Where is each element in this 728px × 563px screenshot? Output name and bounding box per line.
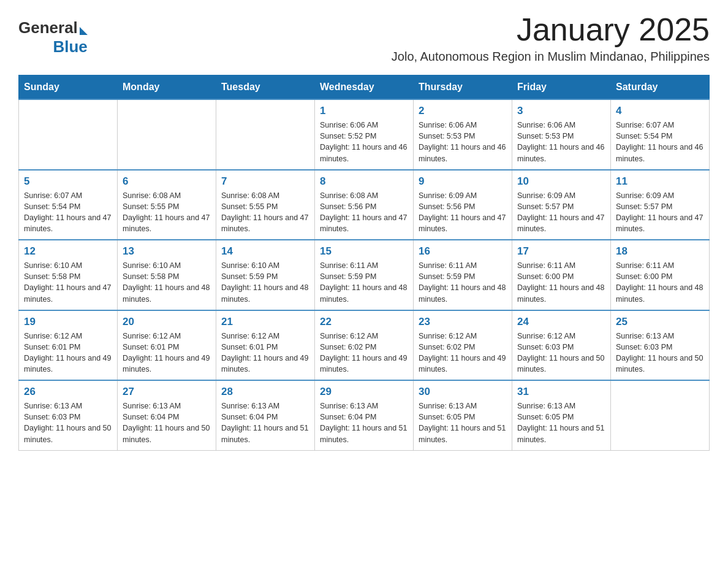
- weekday-header: Monday: [118, 75, 216, 100]
- calendar-cell: 15Sunrise: 6:11 AM Sunset: 5:59 PM Dayli…: [315, 240, 414, 310]
- weekday-header: Tuesday: [216, 75, 315, 100]
- weekday-header: Friday: [512, 75, 611, 100]
- day-number: 4: [616, 105, 704, 117]
- calendar-cell: 2Sunrise: 6:06 AM Sunset: 5:53 PM Daylig…: [414, 99, 512, 170]
- day-info: Sunrise: 6:06 AM Sunset: 5:53 PM Dayligh…: [517, 120, 605, 164]
- calendar-cell: 20Sunrise: 6:12 AM Sunset: 6:01 PM Dayli…: [118, 310, 216, 381]
- day-info: Sunrise: 6:11 AM Sunset: 6:00 PM Dayligh…: [517, 260, 605, 305]
- calendar-table: SundayMondayTuesdayWednesdayThursdayFrid…: [18, 75, 710, 451]
- calendar-cell: 29Sunrise: 6:13 AM Sunset: 6:04 PM Dayli…: [315, 380, 414, 450]
- day-info: Sunrise: 6:07 AM Sunset: 5:54 PM Dayligh…: [616, 120, 704, 164]
- day-number: 19: [24, 316, 112, 328]
- day-number: 12: [24, 245, 112, 258]
- calendar-cell: 28Sunrise: 6:13 AM Sunset: 6:04 PM Dayli…: [216, 380, 315, 450]
- day-info: Sunrise: 6:12 AM Sunset: 6:02 PM Dayligh…: [320, 331, 408, 375]
- calendar-cell: 25Sunrise: 6:13 AM Sunset: 6:03 PM Dayli…: [611, 310, 710, 381]
- calendar-week-row: 26Sunrise: 6:13 AM Sunset: 6:03 PM Dayli…: [19, 380, 710, 450]
- day-number: 11: [616, 175, 704, 188]
- day-info: Sunrise: 6:13 AM Sunset: 6:03 PM Dayligh…: [24, 400, 112, 445]
- day-number: 28: [221, 386, 309, 398]
- calendar-cell: 16Sunrise: 6:11 AM Sunset: 5:59 PM Dayli…: [414, 240, 512, 310]
- day-number: 15: [320, 245, 408, 258]
- calendar-cell: 3Sunrise: 6:06 AM Sunset: 5:53 PM Daylig…: [512, 99, 611, 170]
- day-info: Sunrise: 6:10 AM Sunset: 5:58 PM Dayligh…: [123, 260, 211, 305]
- calendar-cell: [19, 99, 118, 170]
- day-info: Sunrise: 6:13 AM Sunset: 6:04 PM Dayligh…: [221, 400, 309, 445]
- day-info: Sunrise: 6:12 AM Sunset: 6:01 PM Dayligh…: [24, 331, 112, 375]
- calendar-cell: 1Sunrise: 6:06 AM Sunset: 5:52 PM Daylig…: [315, 99, 414, 170]
- day-number: 25: [616, 316, 704, 328]
- day-number: 1: [320, 105, 408, 117]
- calendar-cell: 5Sunrise: 6:07 AM Sunset: 5:54 PM Daylig…: [19, 170, 118, 240]
- day-info: Sunrise: 6:10 AM Sunset: 5:58 PM Dayligh…: [24, 260, 112, 305]
- calendar-cell: 31Sunrise: 6:13 AM Sunset: 6:05 PM Dayli…: [512, 380, 611, 450]
- day-info: Sunrise: 6:09 AM Sunset: 5:57 PM Dayligh…: [517, 190, 605, 235]
- subtitle: Jolo, Autonomous Region in Muslim Mindan…: [392, 50, 710, 64]
- calendar-cell: 23Sunrise: 6:12 AM Sunset: 6:02 PM Dayli…: [414, 310, 512, 381]
- day-info: Sunrise: 6:13 AM Sunset: 6:04 PM Dayligh…: [123, 400, 211, 445]
- logo-text-general: General: [18, 18, 78, 37]
- main-title: January 2025: [392, 12, 710, 47]
- day-info: Sunrise: 6:12 AM Sunset: 6:01 PM Dayligh…: [123, 331, 211, 375]
- logo: General Blue: [18, 18, 89, 56]
- day-info: Sunrise: 6:08 AM Sunset: 5:56 PM Dayligh…: [320, 190, 408, 235]
- day-info: Sunrise: 6:13 AM Sunset: 6:03 PM Dayligh…: [616, 331, 704, 375]
- day-info: Sunrise: 6:12 AM Sunset: 6:03 PM Dayligh…: [517, 331, 605, 375]
- calendar-week-row: 12Sunrise: 6:10 AM Sunset: 5:58 PM Dayli…: [19, 240, 710, 310]
- day-number: 8: [320, 175, 408, 188]
- day-info: Sunrise: 6:10 AM Sunset: 5:59 PM Dayligh…: [221, 260, 309, 305]
- day-info: Sunrise: 6:12 AM Sunset: 6:01 PM Dayligh…: [221, 331, 309, 375]
- calendar-cell: 21Sunrise: 6:12 AM Sunset: 6:01 PM Dayli…: [216, 310, 315, 381]
- day-number: 18: [616, 245, 704, 258]
- day-info: Sunrise: 6:06 AM Sunset: 5:52 PM Dayligh…: [320, 120, 408, 164]
- day-number: 21: [221, 316, 309, 328]
- logo-text-blue: Blue: [53, 37, 87, 56]
- calendar-header: SundayMondayTuesdayWednesdayThursdayFrid…: [19, 75, 710, 100]
- day-number: 23: [419, 316, 507, 328]
- day-number: 20: [123, 316, 211, 328]
- title-area: January 2025 Jolo, Autonomous Region in …: [392, 12, 710, 70]
- day-info: Sunrise: 6:09 AM Sunset: 5:56 PM Dayligh…: [419, 190, 507, 235]
- day-info: Sunrise: 6:08 AM Sunset: 5:55 PM Dayligh…: [123, 190, 211, 235]
- day-number: 3: [517, 105, 605, 117]
- calendar-cell: 24Sunrise: 6:12 AM Sunset: 6:03 PM Dayli…: [512, 310, 611, 381]
- day-info: Sunrise: 6:06 AM Sunset: 5:53 PM Dayligh…: [419, 120, 507, 164]
- day-info: Sunrise: 6:13 AM Sunset: 6:05 PM Dayligh…: [419, 400, 507, 445]
- calendar-week-row: 1Sunrise: 6:06 AM Sunset: 5:52 PM Daylig…: [19, 99, 710, 170]
- day-number: 31: [517, 386, 605, 398]
- day-number: 9: [419, 175, 507, 188]
- day-info: Sunrise: 6:12 AM Sunset: 6:02 PM Dayligh…: [419, 331, 507, 375]
- weekday-header: Thursday: [414, 75, 512, 100]
- day-info: Sunrise: 6:09 AM Sunset: 5:57 PM Dayligh…: [616, 190, 704, 235]
- day-number: 2: [419, 105, 507, 117]
- calendar-cell: 17Sunrise: 6:11 AM Sunset: 6:00 PM Dayli…: [512, 240, 611, 310]
- day-number: 29: [320, 386, 408, 398]
- calendar-week-row: 19Sunrise: 6:12 AM Sunset: 6:01 PM Dayli…: [19, 310, 710, 381]
- day-info: Sunrise: 6:13 AM Sunset: 6:05 PM Dayligh…: [517, 400, 605, 445]
- day-info: Sunrise: 6:11 AM Sunset: 6:00 PM Dayligh…: [616, 260, 704, 305]
- calendar-cell: 27Sunrise: 6:13 AM Sunset: 6:04 PM Dayli…: [118, 380, 216, 450]
- weekday-header: Wednesday: [315, 75, 414, 100]
- calendar-cell: 19Sunrise: 6:12 AM Sunset: 6:01 PM Dayli…: [19, 310, 118, 381]
- day-number: 14: [221, 245, 309, 258]
- day-number: 10: [517, 175, 605, 188]
- calendar-cell: 12Sunrise: 6:10 AM Sunset: 5:58 PM Dayli…: [19, 240, 118, 310]
- header: General Blue January 2025 Jolo, Autonomo…: [18, 12, 710, 70]
- day-number: 30: [419, 386, 507, 398]
- day-number: 27: [123, 386, 211, 398]
- calendar-cell: 18Sunrise: 6:11 AM Sunset: 6:00 PM Dayli…: [611, 240, 710, 310]
- day-number: 5: [24, 175, 112, 188]
- day-number: 26: [24, 386, 112, 398]
- day-number: 24: [517, 316, 605, 328]
- calendar-cell: [216, 99, 315, 170]
- calendar-cell: 11Sunrise: 6:09 AM Sunset: 5:57 PM Dayli…: [611, 170, 710, 240]
- calendar-cell: 8Sunrise: 6:08 AM Sunset: 5:56 PM Daylig…: [315, 170, 414, 240]
- calendar-cell: 22Sunrise: 6:12 AM Sunset: 6:02 PM Dayli…: [315, 310, 414, 381]
- weekday-header: Sunday: [19, 75, 118, 100]
- day-info: Sunrise: 6:11 AM Sunset: 5:59 PM Dayligh…: [320, 260, 408, 305]
- calendar-body: 1Sunrise: 6:06 AM Sunset: 5:52 PM Daylig…: [19, 99, 710, 450]
- calendar-cell: 9Sunrise: 6:09 AM Sunset: 5:56 PM Daylig…: [414, 170, 512, 240]
- day-number: 6: [123, 175, 211, 188]
- day-info: Sunrise: 6:07 AM Sunset: 5:54 PM Dayligh…: [24, 190, 112, 235]
- day-info: Sunrise: 6:11 AM Sunset: 5:59 PM Dayligh…: [419, 260, 507, 305]
